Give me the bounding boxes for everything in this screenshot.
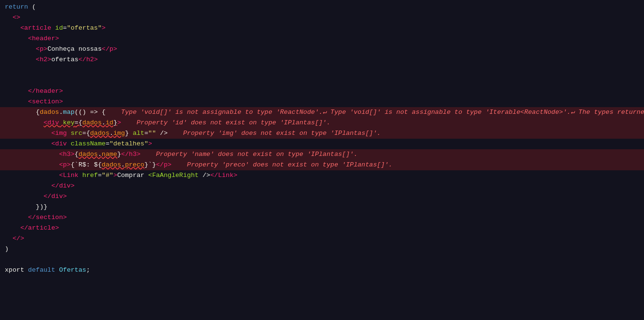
code-line-16: <p>{`R$: ${dados.preco}`}</p> Property '… bbox=[0, 160, 644, 170]
code-line-9: </header> bbox=[0, 86, 644, 97]
code-line-26: xport default Ofertas; bbox=[0, 265, 644, 276]
code-line-7 bbox=[0, 65, 644, 76]
code-line-21: </section> bbox=[0, 212, 644, 223]
code-line-1: return ( bbox=[0, 2, 644, 12]
jsx-open-fragment: <> bbox=[12, 12, 20, 23]
code-line-24: ) bbox=[0, 244, 644, 254]
code-line-5: <p>Conheça nossas</p> bbox=[0, 44, 644, 55]
code-line-18: </div> bbox=[0, 181, 644, 191]
plain-text: ( bbox=[28, 2, 36, 12]
code-line-4: <header> bbox=[0, 33, 644, 44]
keyword-return: return bbox=[5, 2, 28, 12]
code-line-2: <> bbox=[0, 12, 644, 23]
code-line-22: </article> bbox=[0, 223, 644, 233]
code-line-19: </div> bbox=[0, 191, 644, 202]
code-line-6: <h2>ofertas</h2> bbox=[0, 55, 644, 65]
code-line-8 bbox=[0, 76, 644, 86]
code-line-23: </> bbox=[0, 233, 644, 244]
code-line-14: <div className="detalhes"> bbox=[0, 139, 644, 149]
code-editor: return ( <> <article id="ofertas"> <head… bbox=[0, 0, 644, 320]
code-line-20: })} bbox=[0, 202, 644, 212]
code-line-13: <img src={dados.img} alt="" /> Property … bbox=[0, 128, 644, 139]
code-line-3: <article id="ofertas"> bbox=[0, 23, 644, 33]
code-line-12: <div key={dados.id}> Property 'id' does … bbox=[0, 118, 644, 128]
code-line-10: <section> bbox=[0, 97, 644, 107]
code-line-15: <h3>{dados.name}</h3> Property 'name' do… bbox=[0, 149, 644, 160]
code-line-11: {dados.map(() => { Type 'void[]' is not … bbox=[0, 107, 644, 118]
code-line-17: <Link href="#">Comprar <FaAngleRight /><… bbox=[0, 170, 644, 181]
code-line-25 bbox=[0, 254, 644, 265]
